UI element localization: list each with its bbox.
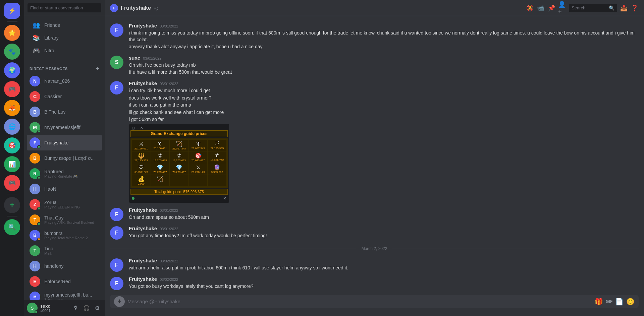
msg-username-3: Fruityshake: [129, 80, 157, 86]
ge-item-price-4: 21,097,345: [190, 147, 207, 150]
inbox-button[interactable]: 📥: [620, 4, 628, 12]
msg-avatar-3: F: [110, 81, 123, 94]
sticker-button[interactable]: 📄: [615, 298, 624, 306]
server-icon-7[interactable]: 🎯: [4, 137, 20, 153]
message-add-button[interactable]: +: [114, 296, 125, 307]
dm-list: N Nathan_826 C Cassirer B B The Luv M my: [24, 73, 105, 300]
server-icon-4[interactable]: 🎮: [4, 81, 20, 97]
server-icon-2[interactable]: 🐾: [4, 44, 20, 60]
dm-name-myynameeissjefff: myynameeissjefff: [44, 125, 99, 130]
ge-item-icon-7: ⚗: [152, 152, 169, 159]
pin-button[interactable]: 📌: [547, 4, 555, 12]
ge-window-controls: ▢ — ✕: [132, 126, 143, 130]
dm-item-handfony[interactable]: H handfony: [27, 258, 102, 274]
dm-item-nathan[interactable]: N Nathan_826: [27, 73, 102, 89]
ge-item-price-7: 13,253,693: [152, 159, 169, 162]
server-icon-9[interactable]: 🎮: [4, 175, 20, 191]
mute-call-button[interactable]: 🔕: [526, 4, 534, 12]
current-user-avatar: S: [27, 303, 38, 313]
add-friend-button[interactable]: 👤+: [558, 4, 566, 12]
server-icon-6[interactable]: 🌐: [4, 119, 20, 135]
server-icon-explore[interactable]: 🔍: [4, 219, 20, 235]
nitro-label: Nitro: [44, 48, 54, 53]
date-divider-line-left: [110, 249, 356, 249]
ge-item-price-1: 25,156,631: [133, 147, 150, 150]
dm-item-raptured[interactable]: R Raptured Playing RuneLite 🎮: [27, 166, 102, 181]
add-server-button[interactable]: +: [4, 197, 20, 213]
message-group-4: F Fruityshake 03/01/2022 Oh and zam spea…: [105, 206, 644, 223]
dm-item-enforcerred[interactable]: E EnforcerRed: [27, 274, 102, 289]
dm-name-bumonrs: bumonrs: [44, 231, 99, 236]
ge-item-icon-4: 🗡: [190, 141, 207, 147]
msg-content-1: Fruityshake 03/01/2022 i think im going …: [129, 23, 639, 51]
dm-search-area: [24, 0, 105, 16]
mute-button[interactable]: 🎙: [71, 303, 80, 313]
ge-status-dot: [132, 197, 135, 200]
video-call-button[interactable]: 📹: [537, 4, 545, 12]
dm-nav-nitro[interactable]: 🎮 Nitro: [27, 44, 102, 57]
message-group-8: F Fruityshake 03/02/2022 You got so busy…: [105, 275, 644, 292]
dm-name-nathan: Nathan_826: [44, 78, 99, 84]
msg-header-7: Fruityshake 03/02/2022: [129, 258, 639, 263]
status-online-fruityshake: [37, 145, 41, 148]
message-input[interactable]: [127, 295, 592, 308]
current-user-info: suxc #0001: [40, 304, 68, 313]
msg-text-4: Oh and zam spear so about 590m atm: [129, 214, 639, 221]
dm-nav-friends[interactable]: 👥 Friends: [27, 19, 102, 31]
ge-item-price-10: 13,336,752: [209, 159, 225, 162]
ge-item-icon-11: 🛡: [133, 164, 150, 170]
dm-item-haon[interactable]: H HaoN: [27, 181, 102, 197]
server-icon-3[interactable]: 🌍: [4, 62, 20, 78]
library-icon: 📚: [32, 34, 40, 42]
dm-item-myynameeissjefff[interactable]: M myynameeissjefff: [27, 120, 102, 135]
user-controls: 🎙 🎧 ⚙: [71, 303, 102, 313]
msg-username-7: Fruityshake: [129, 258, 157, 263]
gift-button[interactable]: 🎁: [595, 298, 603, 306]
avatar-haon: H: [30, 184, 40, 194]
main-chat: F Fruityshake ◎ 🔕 📹 📌 👤+ 🔍 📥 ❓ F Fruitys…: [105, 0, 644, 316]
msg-username-1: Fruityshake: [129, 23, 157, 28]
gif-button[interactable]: GIF: [606, 299, 612, 304]
msg-content-3: Fruityshake 03/01/2022 i can try idk how…: [129, 80, 639, 203]
msg-username-8: Fruityshake: [129, 276, 157, 282]
status-dnd-bumonrs: [37, 238, 41, 241]
dm-search-input[interactable]: [28, 3, 101, 12]
current-user-tag: #0001: [40, 309, 68, 313]
dm-sub-that-guy: Playing ARK: Survival Evolved: [44, 220, 99, 225]
ge-item-icon-9: 🎯: [190, 152, 207, 159]
dm-item-group[interactable]: M myynameeissjefff, bu... 3 Members: [27, 289, 102, 300]
server-icon-8[interactable]: 📊: [4, 156, 20, 172]
dm-nav-library[interactable]: 📚 Library: [27, 31, 102, 44]
ge-total: Total guide price: 576,996,675: [130, 189, 228, 195]
ge-close-button[interactable]: ✕: [223, 196, 226, 201]
header-search-input[interactable]: [572, 5, 607, 10]
ge-item-icon-6: 🔱: [133, 152, 150, 159]
messages-area[interactable]: F Fruityshake 03/01/2022 i think im goin…: [105, 16, 644, 295]
dm-item-bumonrs[interactable]: B bumonrs Playing Total War: Rome 2: [27, 228, 102, 243]
ge-item-price-9: 75,073,627: [190, 159, 207, 162]
dm-name-bunny: Вuηηу κεαρα | Ꮮαηɗ σ...: [44, 155, 99, 161]
dm-item-cassirer[interactable]: C Cassirer: [27, 89, 102, 104]
deafen-button[interactable]: 🎧: [82, 303, 91, 313]
dm-item-that-guy[interactable]: T That Guy Playing ARK: Survival Evolved: [27, 212, 102, 228]
dm-sub-tino: Mink: [44, 251, 99, 255]
new-dm-button[interactable]: +: [96, 65, 99, 72]
server-icon-1[interactable]: 🌟: [4, 25, 20, 41]
dm-item-tino[interactable]: T Tino Mink: [27, 243, 102, 258]
help-button[interactable]: ❓: [631, 4, 639, 12]
dm-item-b-the-luv[interactable]: B B The Luv: [27, 104, 102, 120]
dm-item-bunny[interactable]: B Вuηηу κεαρα | Ꮮαηɗ σ...: [27, 150, 102, 166]
ge-item-price-13: 78,269,467: [171, 171, 187, 174]
message-group-2: S suxc 03/01/2022 Oh shit I've been busy…: [105, 54, 644, 78]
chat-header: F Fruityshake ◎ 🔕 📹 📌 👤+ 🔍 📥 ❓: [105, 0, 644, 16]
server-icon-discord[interactable]: ⚡: [4, 3, 20, 19]
settings-button[interactable]: ⚙: [93, 303, 102, 313]
emoji-button[interactable]: 😊: [626, 298, 635, 306]
dm-name-fruityshake: Fruityshake: [44, 140, 99, 145]
dm-item-fruityshake[interactable]: F Fruityshake: [27, 135, 102, 150]
ge-item-icon-17: 🏹: [152, 176, 169, 182]
dm-item-zorua[interactable]: Z Zorua Playing ELDEN RING: [27, 197, 102, 212]
msg-timestamp-4: 03/01/2022: [160, 208, 178, 212]
ge-item-icon-5: 🛡: [209, 141, 225, 147]
server-icon-5[interactable]: 🦊: [4, 100, 20, 116]
